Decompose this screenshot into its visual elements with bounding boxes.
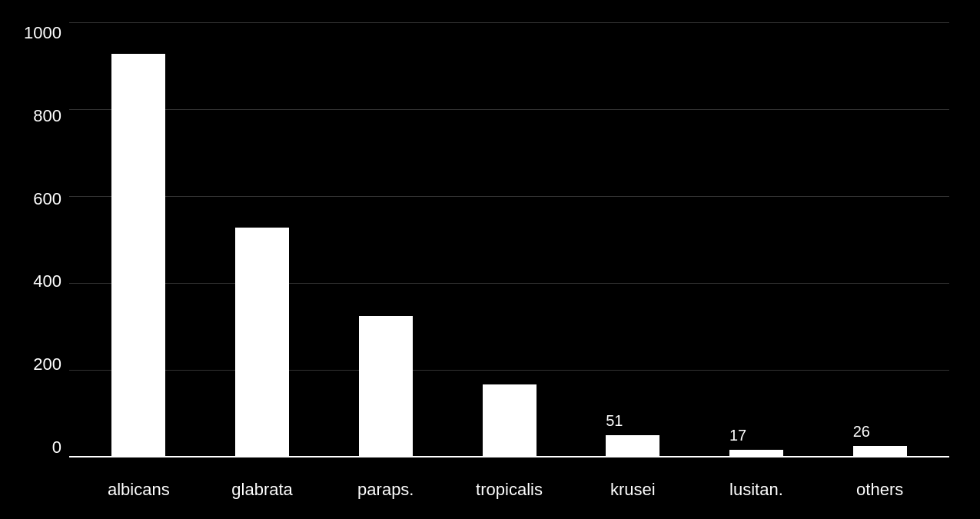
y-label-800: 800 xyxy=(8,106,61,126)
x-label-lusitan: lusitan. xyxy=(695,480,819,500)
bar-group-krusei: 51 xyxy=(571,23,695,457)
bar-group-paraps xyxy=(324,23,447,457)
bar-group-tropicalis xyxy=(447,23,571,457)
bar-value-krusei: 51 xyxy=(606,412,623,430)
bar-value-others: 26 xyxy=(853,423,870,441)
bar-group-lusitan: 17 xyxy=(695,23,819,457)
y-label-400: 400 xyxy=(8,271,61,291)
bar-group-others: 26 xyxy=(818,23,942,457)
bar-group-glabrata xyxy=(201,23,324,457)
x-label-krusei: krusei xyxy=(571,480,695,500)
bars-area: 51 17 26 xyxy=(69,23,949,457)
bar-krusei: 51 xyxy=(606,435,659,457)
y-label-200: 200 xyxy=(8,354,61,374)
x-label-tropicalis: tropicalis xyxy=(447,480,571,500)
bar-tropicalis xyxy=(483,384,537,457)
y-axis-labels: 0 200 400 600 800 1000 xyxy=(8,23,61,457)
y-label-600: 600 xyxy=(8,189,61,209)
x-label-albicans: albicans xyxy=(77,480,201,500)
x-label-others: others xyxy=(818,480,942,500)
bar-value-lusitan: 17 xyxy=(729,427,746,444)
chart-container: 0 200 400 600 800 1000 xyxy=(0,0,980,519)
bar-glabrata xyxy=(235,228,289,457)
bar-group-albicans xyxy=(77,23,201,457)
x-label-paraps: paraps. xyxy=(324,480,447,500)
y-label-0: 0 xyxy=(8,437,61,457)
x-label-glabrata: glabrata xyxy=(201,480,324,500)
bar-paraps xyxy=(359,316,413,457)
x-axis-labels: albicans glabrata paraps. tropicalis kru… xyxy=(69,480,949,500)
chart-area: 0 200 400 600 800 1000 xyxy=(69,23,949,457)
baseline xyxy=(69,456,949,457)
y-label-1000: 1000 xyxy=(8,23,61,43)
bar-albicans xyxy=(111,54,165,457)
